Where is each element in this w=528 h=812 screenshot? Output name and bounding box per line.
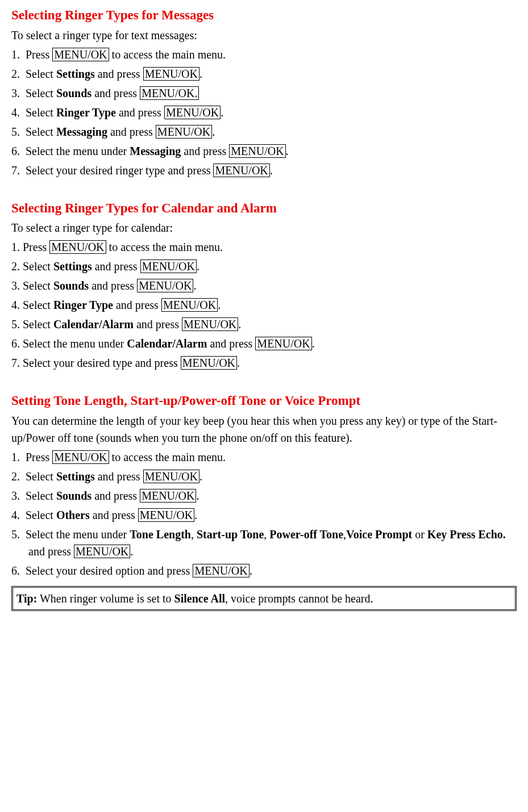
- section-ringer-messages: Selecting Ringer Types for Messages To s…: [11, 6, 517, 179]
- step-text: Press: [26, 451, 52, 463]
- step-text: .: [237, 357, 240, 369]
- section-ringer-calendar: Selecting Ringer Types for Calendar and …: [11, 199, 517, 372]
- list-item: 6. Select the menu under Messaging and p…: [11, 143, 517, 160]
- step-list: 1. Press MENU/OK to access the main menu…: [11, 238, 517, 371]
- menu-option: Ringer Type: [56, 106, 116, 119]
- step-list: 1. Press MENU/OK to access the main menu…: [11, 449, 517, 579]
- step-text: .: [130, 545, 133, 558]
- step-text: .: [250, 564, 252, 577]
- menu-ok-button: MENU/OK.: [140, 86, 199, 100]
- step-text: 3. Select: [11, 279, 53, 292]
- menu-option: Messaging: [56, 125, 107, 138]
- section-heading: Setting Tone Length, Start-up/Power-off …: [11, 391, 517, 411]
- step-text: and press: [134, 318, 182, 330]
- menu-option: Sounds: [56, 87, 92, 99]
- step-text: Press: [26, 48, 52, 61]
- menu-option: Messaging: [130, 145, 181, 157]
- menu-ok-button: MENU/OK: [164, 106, 221, 119]
- menu-option: Settings: [56, 68, 95, 80]
- list-item: 5. Select the menu under Tone Length, St…: [11, 526, 517, 560]
- step-text: Select your desired option and press: [26, 564, 193, 577]
- step-text: ,: [264, 528, 269, 541]
- menu-ok-button: MENU/OK: [52, 450, 109, 464]
- step-text: and press: [28, 545, 74, 558]
- step-text: .: [197, 260, 199, 273]
- step-text: Select the menu under: [26, 528, 130, 541]
- step-number: 4.: [11, 106, 20, 119]
- menu-option: Calendar/Alarm: [53, 318, 134, 330]
- step-text: and press: [89, 279, 137, 292]
- step-number: 3.: [11, 87, 20, 99]
- list-item: 3. Select Sounds and press MENU/OK.: [11, 277, 517, 294]
- section-tone-length: Setting Tone Length, Start-up/Power-off …: [11, 391, 517, 579]
- section-intro: You can determine the length of your key…: [11, 412, 517, 446]
- step-text: 4. Select: [11, 299, 53, 311]
- step-number: 4.: [11, 509, 20, 521]
- list-item: 3. Select Sounds and press MENU/OK.: [11, 487, 517, 504]
- menu-ok-button: MENU/OK: [213, 164, 269, 177]
- step-number: 3.: [11, 489, 20, 502]
- step-number: 6.: [11, 564, 20, 577]
- menu-ok-button: MENU/OK: [143, 470, 199, 483]
- tip-text: , voice prompts cannot be heard.: [225, 592, 373, 605]
- menu-option: Settings: [53, 260, 92, 273]
- step-number: 2.: [11, 68, 20, 80]
- step-text: 5. Select: [11, 318, 53, 330]
- list-item: 4. Select Ringer Type and press MENU/OK.: [11, 296, 517, 313]
- menu-ok-button: MENU/OK: [255, 337, 311, 350]
- step-text: Select the menu under: [26, 145, 130, 157]
- list-item: 4. Select Others and press MENU/OK.: [11, 507, 517, 524]
- step-text: to access the main menu.: [106, 241, 223, 253]
- step-text: and press: [95, 470, 143, 483]
- menu-option: Others: [56, 509, 90, 521]
- step-text: and press: [181, 145, 229, 157]
- step-text: and press: [95, 68, 143, 80]
- step-text: 7. Select your desired type and press: [11, 357, 181, 369]
- menu-option: Voice Prompt: [346, 528, 412, 541]
- menu-ok-button: MENU/OK: [140, 259, 197, 273]
- step-text: Select: [26, 68, 56, 80]
- section-intro: To select a ringer type for calendar:: [11, 219, 517, 236]
- menu-option: Tone Length: [130, 528, 191, 541]
- menu-ok-button: MENU/OK: [140, 489, 196, 503]
- section-heading: Selecting Ringer Types for Calendar and …: [11, 199, 517, 219]
- menu-ok-button: MENU/OK: [161, 298, 218, 312]
- step-text: and press: [113, 299, 161, 311]
- section-heading: Selecting Ringer Types for Messages: [11, 6, 517, 26]
- menu-ok-button: MENU/OK: [52, 48, 109, 61]
- step-number: 1.: [11, 48, 20, 61]
- step-text: Select: [26, 125, 56, 138]
- step-text: Select: [26, 489, 56, 502]
- menu-option: Sounds: [53, 279, 89, 292]
- menu-ok-button: MENU/OK: [229, 144, 285, 158]
- step-text: ,: [191, 528, 197, 541]
- step-text: .: [196, 489, 199, 502]
- step-text: .: [312, 337, 315, 350]
- tip-label: Tip:: [16, 592, 37, 605]
- step-text: 1. Press: [11, 241, 49, 253]
- step-text: and press: [116, 106, 164, 119]
- step-text: 6. Select the menu under: [11, 337, 127, 350]
- list-item: 1. Press MENU/OK to access the main menu…: [11, 46, 517, 63]
- step-text: and press: [92, 260, 140, 273]
- step-number: 5.: [11, 125, 20, 138]
- step-text: .: [221, 106, 223, 119]
- list-item: 3. Select Sounds and press MENU/OK.: [11, 85, 517, 102]
- menu-ok-button: MENU/OK: [74, 545, 130, 558]
- menu-ok-button: MENU/OK: [193, 564, 249, 577]
- list-item: 5. Select Calendar/Alarm and press MENU/…: [11, 316, 517, 333]
- step-list: 1. Press MENU/OK to access the main menu…: [11, 46, 517, 179]
- step-number: 6.: [11, 145, 20, 157]
- step-text: Select: [26, 509, 56, 521]
- menu-option: Calendar/Alarm: [127, 337, 207, 350]
- list-item: 4. Select Ringer Type and press MENU/OK.: [11, 104, 517, 121]
- menu-ok-button: MENU/OK: [156, 125, 212, 139]
- step-text: and press: [92, 87, 140, 99]
- section-intro: To select a ringer type for text message…: [11, 27, 517, 44]
- step-number: 1.: [11, 451, 20, 463]
- step-text: .: [194, 509, 197, 521]
- tip-text: When ringer volume is set to: [37, 592, 174, 605]
- step-text: and press: [107, 125, 156, 138]
- list-item: 6. Select the menu under Calendar/Alarm …: [11, 335, 517, 352]
- menu-ok-button: MENU/OK: [182, 317, 238, 331]
